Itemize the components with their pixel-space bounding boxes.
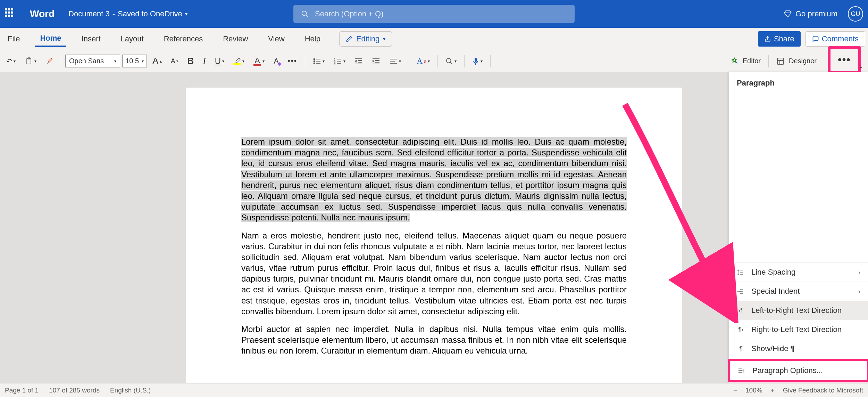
paragraph-panel: Paragraph Line Spacing › Special Indent … — [729, 72, 868, 383]
paragraph-2[interactable]: Nam a eros molestie, hendrerit justo nec… — [241, 230, 627, 317]
styles-button[interactable]: Aa ▾ — [413, 54, 433, 68]
shrink-font-button[interactable]: A▾ — [167, 55, 182, 67]
bold-button[interactable]: B — [184, 54, 197, 68]
panel-item-rtl[interactable]: ¶‹ Right-to-Left Text Direction — [729, 320, 868, 339]
save-status: Saved to OneDrive — [118, 9, 182, 18]
tab-file[interactable]: File — [3, 32, 25, 46]
pencil-icon — [346, 35, 353, 42]
font-name: Open Sans — [69, 57, 104, 65]
designer-button[interactable]: Designer — [773, 55, 820, 67]
panel-item-show-hide[interactable]: ¶ Show/Hide ¶ — [729, 339, 868, 358]
decrease-indent-button[interactable] — [351, 56, 366, 67]
numbering-button[interactable]: 123 ▾ — [330, 56, 349, 67]
editing-mode-button[interactable]: Editing ▾ — [339, 31, 392, 47]
undo-button[interactable]: ↶▾ — [3, 55, 19, 67]
document-page[interactable]: Lorem ipsum dolor sit amet, consectetur … — [186, 88, 682, 383]
clear-formatting-button[interactable]: A◆ — [270, 55, 282, 68]
paragraph-3[interactable]: Morbi auctor at sapien nec imperdiet. Nu… — [241, 324, 627, 356]
status-bar: Page 1 of 1 107 of 285 words English (U.… — [0, 383, 868, 397]
svg-point-6 — [314, 60, 315, 62]
title-bar: Word Document 3 - Saved to OneDrive ▾ Se… — [0, 0, 868, 28]
share-button[interactable]: Share — [758, 31, 801, 47]
more-font-button[interactable]: ••• — [284, 55, 301, 67]
tab-review[interactable]: Review — [218, 32, 253, 46]
paste-button[interactable]: ▾ — [21, 55, 40, 68]
highlight-button[interactable]: ▾ — [230, 55, 248, 67]
language[interactable]: English (U.S.) — [110, 387, 151, 394]
increase-indent-button[interactable] — [368, 56, 384, 67]
panel-item-ltr[interactable]: ›¶ Left-to-Right Text Direction — [729, 301, 868, 320]
svg-point-27 — [446, 58, 451, 63]
panel-label: Left-to-Right Text Direction — [751, 306, 842, 315]
svg-point-4 — [314, 58, 315, 59]
comment-icon — [812, 35, 819, 42]
svg-text:¶: ¶ — [742, 369, 744, 374]
go-premium-button[interactable]: Go premium — [784, 9, 837, 18]
ribbon: ↶▾ ▾ Open Sans ▾ 10.5 ▾ A▴ A▾ B I U▾ ▾ A… — [0, 50, 868, 72]
editor-label: Editor — [743, 57, 761, 65]
designer-label: Designer — [789, 57, 817, 65]
dictate-button[interactable]: ▾ — [469, 55, 486, 67]
italic-button[interactable]: I — [199, 54, 209, 68]
document-title[interactable]: Document 3 - Saved to OneDrive ▾ — [68, 9, 187, 18]
svg-line-28 — [450, 62, 452, 64]
word-count[interactable]: 107 of 285 words — [49, 387, 100, 394]
comments-label: Comments — [822, 34, 859, 43]
tab-layout[interactable]: Layout — [116, 32, 149, 46]
svg-rect-29 — [475, 58, 477, 62]
pilcrow-icon: ¶ — [737, 345, 745, 353]
chevron-down-icon: ▾ — [185, 11, 187, 17]
find-button[interactable]: ▾ — [442, 55, 460, 67]
zoom-in-button[interactable]: + — [771, 387, 775, 394]
search-input[interactable]: Search (Option + Q) — [293, 5, 575, 23]
zoom-out-button[interactable]: − — [733, 387, 737, 394]
search-icon — [301, 10, 309, 18]
ribbon-overflow-button[interactable]: ••• — [834, 52, 854, 68]
tab-view[interactable]: View — [263, 32, 289, 46]
app-launcher-icon[interactable] — [5, 8, 16, 19]
user-avatar[interactable]: GU — [848, 6, 863, 22]
ribbon-collapse-button[interactable]: ⌄ — [856, 62, 867, 71]
menu-bar: File Home Insert Layout References Revie… — [0, 28, 868, 50]
feedback-link[interactable]: Give Feedback to Microsoft — [783, 387, 863, 394]
bullets-button[interactable]: ▾ — [309, 56, 328, 67]
font-size-select[interactable]: 10.5 ▾ — [122, 55, 147, 67]
avatar-initials: GU — [851, 10, 860, 18]
svg-point-0 — [302, 11, 307, 16]
chevron-down-icon: ▾ — [383, 36, 385, 42]
selected-text: Lorem ipsum dolor sit amet, consectetur … — [241, 137, 627, 222]
font-family-select[interactable]: Open Sans ▾ — [65, 55, 120, 67]
font-color-button[interactable]: A ▾ — [250, 54, 268, 68]
panel-item-special-indent[interactable]: Special Indent › — [729, 282, 868, 301]
paragraph-1[interactable]: Lorem ipsum dolor sit amet, consectetur … — [241, 136, 627, 223]
share-icon — [764, 35, 771, 42]
svg-text:3: 3 — [334, 62, 336, 65]
panel-label: Line Spacing — [751, 268, 795, 277]
chevron-down-icon: ▾ — [114, 59, 116, 64]
svg-line-1 — [306, 15, 308, 17]
tab-insert[interactable]: Insert — [77, 32, 106, 46]
format-painter-button[interactable] — [42, 55, 57, 67]
paragraph-options-icon: ¶ — [738, 367, 746, 374]
editing-label: Editing — [356, 34, 379, 43]
tab-home[interactable]: Home — [35, 31, 66, 47]
panel-item-paragraph-options[interactable]: ¶ Paragraph Options... — [728, 359, 868, 382]
zoom-level[interactable]: 100% — [745, 387, 762, 394]
tab-references[interactable]: References — [159, 32, 208, 46]
panel-item-line-spacing[interactable]: Line Spacing › — [729, 262, 868, 282]
panel-label: Right-to-Left Text Direction — [751, 325, 842, 334]
panel-label: Paragraph Options... — [752, 366, 823, 375]
editor-button[interactable]: Editor — [727, 55, 764, 67]
page-count[interactable]: Page 1 of 1 — [5, 387, 39, 394]
comments-button[interactable]: Comments — [806, 31, 865, 47]
grow-font-button[interactable]: A▴ — [149, 54, 165, 68]
search-placeholder: Search (Option + Q) — [315, 9, 383, 18]
underline-button[interactable]: U▾ — [211, 54, 228, 68]
share-label: Share — [774, 34, 794, 43]
svg-point-8 — [314, 63, 315, 64]
align-button[interactable]: ▾ — [386, 56, 404, 67]
panel-label: Special Indent — [751, 287, 800, 296]
tab-help[interactable]: Help — [300, 32, 325, 46]
chevron-right-icon: › — [858, 288, 860, 295]
app-name: Word — [30, 8, 55, 19]
